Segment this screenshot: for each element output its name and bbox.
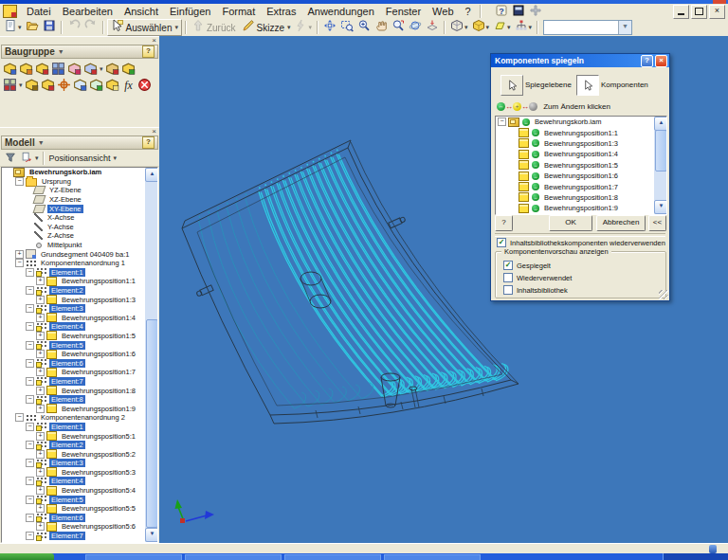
tree-scrollbar[interactable]: ▲ ▼	[145, 168, 157, 542]
tree-row-yz-ebene[interactable]: YZ-Ebene	[2, 186, 145, 195]
menu-einf-gen[interactable]: Einfügen	[164, 5, 216, 18]
mirror-state-icon[interactable]: ↔	[532, 139, 539, 147]
components-select-button[interactable]	[576, 75, 599, 96]
collapse-icon[interactable]: −	[26, 268, 34, 277]
back-button[interactable]: Zurück	[190, 19, 240, 36]
status-update-icon[interactable]	[709, 545, 717, 553]
taskbar-button[interactable]	[284, 554, 381, 560]
place-component-icon[interactable]	[2, 62, 18, 77]
mirror-state-icon[interactable]: ↔	[532, 205, 539, 212]
dialog-tree-root[interactable]: −↔Bewehrungskorb.iam	[496, 117, 654, 127]
rotate-component-icon[interactable]	[120, 62, 136, 77]
work-point-icon[interactable]	[56, 78, 72, 93]
dialog-tree-item[interactable]: ↔Bewehrungsposition1:3	[496, 138, 654, 149]
taskbar-button[interactable]	[384, 554, 481, 560]
tree-row-bewehrungsposition5-1[interactable]: +Bewehrungsposition5:1	[2, 431, 145, 441]
collapse-icon[interactable]: −	[26, 286, 34, 295]
tree-row-bewehrungsposition1-8[interactable]: +Bewehrungsposition1:8	[2, 386, 145, 395]
tree-row-mittelpunkt[interactable]: Mittelpunkt	[2, 241, 145, 250]
chevron-down-icon[interactable]: ▾	[19, 81, 23, 89]
mirror-state-icon[interactable]: ↔	[532, 193, 539, 201]
tree-row-element-6[interactable]: −Element:6	[2, 358, 145, 368]
tree-row-element-8[interactable]: −Element:8	[2, 395, 145, 405]
dialog-help-icon[interactable]: ?	[641, 55, 653, 67]
menu-extras[interactable]: Extras	[261, 5, 301, 18]
modell-panel-header[interactable]: Modell ▼ ?	[1, 135, 158, 150]
menu-ansicht[interactable]: Ansicht	[118, 5, 164, 18]
scrollbar-thumb[interactable]	[655, 130, 667, 172]
mirror-plane-select-button[interactable]	[500, 75, 523, 96]
mirror-state-icon[interactable]: ↔	[522, 118, 530, 126]
tree-row-bewehrungsposition5-3[interactable]: +Bewehrungsposition5:3	[2, 468, 145, 478]
zoom-all-icon[interactable]	[321, 19, 338, 36]
panel-help-icon[interactable]: ?	[142, 136, 155, 149]
mirror-state-icon[interactable]: ↔	[532, 172, 539, 180]
parameter-fx-icon[interactable]: fx	[120, 78, 136, 93]
imate-icon[interactable]	[72, 78, 88, 93]
collapse-icon[interactable]: −	[26, 441, 34, 449]
collapse-icon[interactable]: −	[26, 423, 34, 431]
tree-row-ursprung[interactable]: −Ursprung	[2, 177, 145, 187]
collapse-button[interactable]: <<	[648, 215, 666, 231]
scroll-down-icon[interactable]: ▼	[145, 528, 158, 542]
tree-row-bewehrungskorb-iam[interactable]: Bewehrungskorb.iam	[2, 168, 145, 177]
tree-row-komponentenanordnung-2[interactable]: −Komponentenanordnung 2	[2, 413, 145, 423]
structure-icon[interactable]: ▾	[513, 19, 535, 36]
zoom-selected-icon[interactable]	[390, 19, 407, 36]
pattern-component-icon[interactable]	[50, 62, 66, 77]
replace-component-icon[interactable]	[34, 62, 50, 77]
dialog-list-scrollbar[interactable]: ▲ ▼	[654, 117, 666, 214]
save-icon[interactable]	[41, 19, 58, 36]
zoom-window-icon[interactable]	[338, 19, 355, 36]
collapse-icon[interactable]: −	[26, 322, 34, 331]
undo-icon[interactable]	[65, 19, 82, 36]
tree-row-z-achse[interactable]: Z-Achse	[2, 231, 145, 241]
expand-icon[interactable]: +	[36, 486, 45, 495]
expand-icon[interactable]: +	[36, 432, 45, 441]
expand-icon[interactable]: +	[36, 405, 45, 413]
tree-row-element-5[interactable]: −Element:5	[2, 340, 145, 350]
expand-icon[interactable]: +	[36, 387, 45, 395]
tree-row-element-4[interactable]: −Element:4	[2, 322, 145, 332]
preview-option-inhaltsbibliothek[interactable]: Inhaltsbibliothek	[503, 285, 568, 295]
dialog-tree-item[interactable]: ↔Bewehrungsposition1:7	[496, 181, 654, 191]
checkbox-icon[interactable]: ✓	[497, 238, 506, 247]
collapse-icon[interactable]: −	[15, 413, 24, 422]
reuse-library-checkbox[interactable]: ✓ Inhaltsbibliothekskomponenten wiederve…	[497, 238, 665, 247]
mirror-state-icon[interactable]: ↔	[532, 129, 539, 136]
tree-row-element-2[interactable]: −Element:2	[2, 286, 145, 296]
orbit-icon[interactable]	[407, 19, 424, 36]
tree-row-xz-ebene[interactable]: XZ-Ebene	[2, 195, 145, 205]
tree-row-x-achse[interactable]: X-Achse	[2, 213, 145, 223]
system-tray[interactable]	[663, 553, 728, 560]
expand-icon[interactable]: +	[36, 522, 45, 531]
tree-row-element-2[interactable]: −Element:2	[2, 441, 145, 450]
mirror-state-icon[interactable]: ↔	[497, 102, 505, 111]
tree-row-bewehrungsposition1-1[interactable]: +Bewehrungsposition1:1	[2, 277, 145, 286]
combo-dropdown-icon[interactable]: ▼	[618, 21, 631, 34]
dialog-tree-item[interactable]: ↔Bewehrungsposition1:5	[496, 160, 654, 171]
reuse-state-icon[interactable]: +	[513, 102, 521, 111]
menu-bearbeiten[interactable]: Bearbeiten	[57, 5, 118, 18]
filter-icon[interactable]	[2, 151, 18, 166]
sketch-button[interactable]: Skizze▾	[240, 19, 293, 36]
menu-format[interactable]: Format	[216, 5, 261, 18]
zoom-dynamic-icon[interactable]	[355, 19, 373, 36]
help-book-icon[interactable]: ?	[494, 5, 509, 19]
look-at-icon[interactable]	[424, 19, 441, 36]
expand-icon[interactable]: +	[36, 296, 45, 304]
add-icon[interactable]	[528, 5, 543, 19]
ok-button[interactable]: OK	[549, 215, 592, 231]
exclude-state-icon[interactable]	[529, 102, 537, 111]
chevron-down-icon[interactable]: ▾	[114, 154, 118, 162]
dialog-help-button[interactable]: ?	[495, 215, 513, 231]
work-feature-icon[interactable]	[40, 78, 56, 93]
open-icon[interactable]	[24, 19, 41, 36]
dialog-tree-item[interactable]: ↔Bewehrungsposition1:8	[496, 192, 654, 203]
mirror-state-icon[interactable]: ↔	[532, 183, 539, 190]
collapse-icon[interactable]: −	[26, 395, 34, 404]
tree-row-element-5[interactable]: −Element:5	[2, 495, 145, 504]
display-mode-icon[interactable]: ▾	[448, 19, 470, 36]
expand-icon[interactable]: +	[36, 504, 45, 513]
tree-row-bewehrungsposition1-4[interactable]: +Bewehrungsposition1:4	[2, 314, 145, 323]
